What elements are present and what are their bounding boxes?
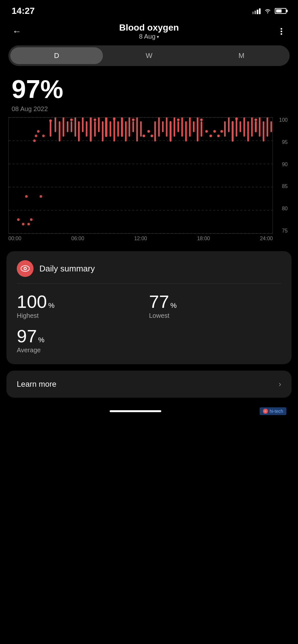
svg-point-8 <box>22 223 25 225</box>
signal-icon <box>252 8 261 14</box>
svg-point-23 <box>70 118 73 121</box>
stat-lowest-label: Lowest <box>149 312 281 319</box>
svg-point-11 <box>30 218 33 221</box>
stat-lowest: 77 % Lowest <box>149 293 281 319</box>
status-time: 14:27 <box>12 6 35 16</box>
svg-point-12 <box>33 139 36 142</box>
chart-date-label: 08 Aug 2022 <box>12 105 286 113</box>
svg-point-7 <box>17 218 20 221</box>
svg-point-65 <box>209 135 212 137</box>
stat-highest-label: Highest <box>17 312 149 319</box>
learn-more-label: Learn more <box>17 380 56 389</box>
wifi-icon <box>264 8 272 14</box>
svg-point-56 <box>177 118 180 121</box>
svg-point-47 <box>147 130 150 133</box>
status-icons <box>252 8 286 14</box>
eye-icon <box>21 264 30 273</box>
svg-point-64 <box>205 130 208 133</box>
chart-y-labels: 100 95 90 85 80 75 <box>273 117 290 234</box>
summary-icon <box>17 260 34 277</box>
svg-point-48 <box>151 135 153 137</box>
y-label-100: 100 <box>275 117 290 123</box>
header-center: Blood oxygen 8 Aug ▾ <box>119 23 179 40</box>
more-menu-button[interactable] <box>274 24 288 39</box>
svg-point-10 <box>27 223 30 225</box>
svg-point-31 <box>94 118 96 121</box>
stat-lowest-value: 77 <box>149 293 169 311</box>
summary-header: Daily summary <box>17 260 281 277</box>
svg-point-79 <box>254 118 257 121</box>
back-button[interactable]: ← <box>10 24 24 39</box>
y-label-85: 85 <box>275 184 290 189</box>
tab-bar: D W M <box>8 45 290 66</box>
x-label-0600: 06:00 <box>71 236 84 242</box>
y-label-90: 90 <box>275 162 290 167</box>
bottom-bar: ⊙ hi-tech <box>0 404 298 421</box>
stat-average-unit: % <box>38 336 45 344</box>
chart-x-labels: 00:00 06:00 12:00 18:00 24:00 <box>8 234 273 242</box>
summary-title: Daily summary <box>39 264 95 274</box>
header-date[interactable]: 8 Aug ▾ <box>119 33 179 40</box>
svg-point-0 <box>267 13 268 14</box>
svg-point-13 <box>35 135 37 137</box>
svg-point-15 <box>40 195 42 198</box>
y-label-95: 95 <box>275 139 290 145</box>
back-arrow-icon: ← <box>12 27 21 36</box>
svg-point-63 <box>200 118 203 121</box>
stat-highest-unit: % <box>48 301 55 310</box>
hitech-logo-icon: ⊙ <box>263 409 268 414</box>
main-value-section: 97% 08 Aug 2022 <box>0 75 298 113</box>
x-label-1800: 18:00 <box>197 236 210 242</box>
svg-point-46 <box>143 135 145 137</box>
svg-point-73 <box>235 118 238 120</box>
x-label-2400: 24:00 <box>260 236 273 242</box>
summary-stats: 100 % Highest 77 % Lowest 97 % Average <box>17 293 281 354</box>
svg-point-18 <box>49 119 52 122</box>
svg-point-86 <box>25 268 26 270</box>
home-indicator <box>110 410 161 412</box>
daily-summary-card: Daily summary 100 % Highest 77 % Lowest … <box>6 251 292 364</box>
stat-highest: 100 % Highest <box>17 293 149 319</box>
chevron-right-icon: › <box>279 380 281 389</box>
y-label-80: 80 <box>275 206 290 212</box>
svg-point-43 <box>132 118 134 121</box>
svg-point-68 <box>220 130 223 133</box>
blood-oxygen-chart <box>9 118 273 233</box>
svg-point-16 <box>42 135 45 137</box>
svg-point-66 <box>213 130 216 133</box>
tab-month[interactable]: M <box>195 47 288 64</box>
svg-point-9 <box>25 195 28 198</box>
tab-day[interactable]: D <box>10 47 103 64</box>
svg-point-37 <box>113 118 115 120</box>
svg-point-67 <box>217 135 220 137</box>
hitech-label: hi-tech <box>270 409 283 414</box>
stat-lowest-unit: % <box>170 301 177 310</box>
learn-more-card[interactable]: Learn more › <box>6 371 292 398</box>
summary-divider <box>17 283 281 284</box>
x-label-0000: 00:00 <box>8 236 21 242</box>
tab-week[interactable]: W <box>103 47 195 64</box>
stat-average-value: 97 <box>17 327 37 345</box>
date-caret-icon: ▾ <box>157 34 159 39</box>
status-bar: 14:27 <box>0 0 298 19</box>
x-label-1200: 12:00 <box>134 236 147 242</box>
page-title: Blood oxygen <box>119 23 179 33</box>
stat-highest-value: 100 <box>17 293 47 311</box>
svg-point-14 <box>37 130 40 133</box>
y-label-75: 75 <box>275 228 290 234</box>
hitech-badge: ⊙ hi-tech <box>260 407 286 415</box>
stat-average: 97 % Average <box>17 327 149 354</box>
stat-average-label: Average <box>17 346 149 354</box>
chart-container: 100 95 90 85 80 75 00:00 06:00 12:00 18:… <box>8 117 290 242</box>
battery-icon <box>275 8 286 14</box>
main-value: 97% <box>12 75 286 103</box>
header: ← Blood oxygen 8 Aug ▾ <box>0 19 298 45</box>
chart-area <box>8 117 273 234</box>
